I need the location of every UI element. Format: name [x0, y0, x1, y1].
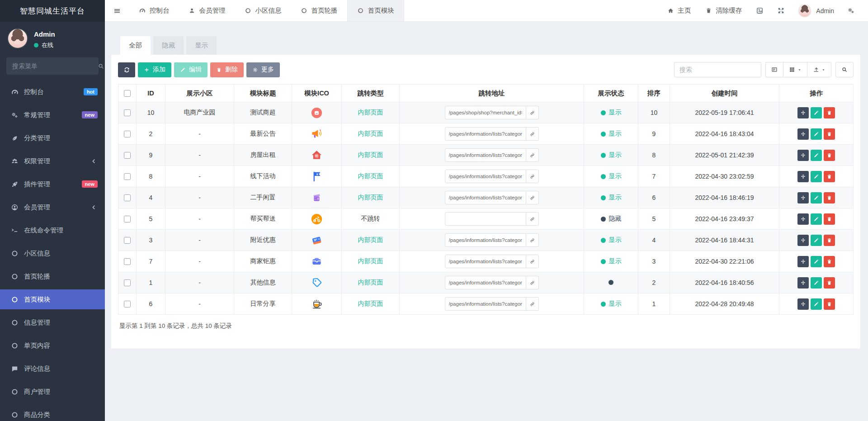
language-button[interactable]	[749, 0, 770, 21]
columns-button[interactable]	[783, 62, 807, 77]
open-link-button[interactable]	[526, 170, 539, 183]
sidebar-item-13[interactable]: 商户管理	[0, 382, 105, 402]
drag-sort-button[interactable]	[797, 213, 809, 225]
status-badge[interactable]: 显示	[601, 109, 622, 117]
search-toggle-button[interactable]	[835, 62, 854, 77]
status-badge[interactable]: 显示	[601, 194, 622, 202]
row-edit-button[interactable]	[811, 213, 822, 225]
open-link-button[interactable]	[526, 191, 539, 204]
more-button[interactable]: 更多	[246, 62, 280, 77]
row-checkbox[interactable]	[124, 194, 131, 201]
open-link-button[interactable]	[526, 255, 539, 268]
row-checkbox[interactable]	[124, 237, 131, 244]
row-edit-button[interactable]	[811, 150, 822, 161]
open-link-button[interactable]	[526, 233, 539, 247]
sidebar-item-3[interactable]: 权限管理	[0, 151, 105, 171]
table-search-input[interactable]	[674, 62, 761, 77]
jump-url-input[interactable]	[445, 127, 526, 141]
tab-visible[interactable]: 显示	[186, 36, 217, 55]
sidebar-item-0[interactable]: 控制台hot	[0, 82, 105, 102]
open-link-button[interactable]	[526, 106, 539, 119]
status-badge[interactable]: 显示	[601, 172, 622, 180]
row-delete-button[interactable]	[824, 235, 835, 246]
jump-url-input[interactable]	[445, 170, 526, 183]
status-badge[interactable]: 显示	[601, 130, 622, 138]
sidebar-item-2[interactable]: 分类管理	[0, 128, 105, 148]
row-edit-button[interactable]	[811, 256, 822, 267]
row-edit-button[interactable]	[811, 277, 822, 289]
row-delete-button[interactable]	[824, 213, 835, 225]
add-button[interactable]: 添加	[138, 62, 171, 77]
sidebar-item-12[interactable]: 评论信息	[0, 359, 105, 378]
settings-button[interactable]	[840, 0, 862, 21]
topbar-tab-1[interactable]: 会员管理	[179, 0, 235, 21]
row-edit-button[interactable]	[811, 192, 822, 203]
row-checkbox[interactable]	[124, 131, 131, 137]
drag-sort-button[interactable]	[797, 171, 809, 182]
open-link-button[interactable]	[526, 212, 539, 226]
sidebar-item-4[interactable]: 插件管理new	[0, 174, 105, 194]
row-delete-button[interactable]	[824, 298, 835, 310]
sidebar-item-5[interactable]: 会员管理	[0, 197, 105, 217]
row-delete-button[interactable]	[824, 256, 835, 267]
row-delete-button[interactable]	[824, 128, 835, 140]
sidebar-search-input[interactable]	[12, 62, 94, 70]
row-delete-button[interactable]	[824, 107, 835, 118]
row-delete-button[interactable]	[824, 150, 835, 161]
sidebar-item-14[interactable]: 商品分类	[0, 405, 105, 421]
sidebar-item-8[interactable]: 首页轮播	[0, 266, 105, 286]
open-link-button[interactable]	[526, 297, 539, 311]
tab-hidden[interactable]: 隐藏	[153, 36, 184, 55]
user-menu[interactable]: Admin	[792, 0, 840, 21]
row-edit-button[interactable]	[811, 107, 822, 118]
sidebar-item-6[interactable]: 在线命令管理	[0, 220, 105, 240]
drag-sort-button[interactable]	[797, 107, 809, 118]
detail-view-button[interactable]	[765, 62, 783, 77]
row-checkbox[interactable]	[124, 258, 131, 265]
row-checkbox[interactable]	[124, 279, 131, 286]
refresh-button[interactable]	[118, 62, 135, 77]
jump-url-input[interactable]	[445, 233, 526, 247]
jump-url-input[interactable]	[445, 148, 526, 162]
row-delete-button[interactable]	[824, 192, 835, 203]
row-edit-button[interactable]	[811, 235, 822, 246]
edit-button[interactable]: 编辑	[174, 62, 208, 77]
drag-sort-button[interactable]	[797, 150, 809, 161]
drag-sort-button[interactable]	[797, 256, 809, 267]
tab-all[interactable]: 全部	[120, 36, 151, 55]
home-link[interactable]: 主页	[660, 0, 698, 21]
row-checkbox[interactable]	[124, 301, 131, 307]
status-badge[interactable]: 显示	[601, 300, 622, 308]
select-all-checkbox[interactable]	[124, 90, 131, 97]
row-checkbox[interactable]	[124, 109, 131, 116]
row-edit-button[interactable]	[811, 298, 822, 310]
status-badge[interactable]: 显示	[601, 257, 622, 265]
row-checkbox[interactable]	[124, 152, 131, 159]
drag-sort-button[interactable]	[797, 277, 809, 289]
status-badge[interactable]: 显示	[601, 151, 622, 159]
fullscreen-button[interactable]	[770, 0, 792, 21]
sidebar-item-1[interactable]: 常规管理new	[0, 105, 105, 125]
topbar-tab-2[interactable]: 小区信息	[235, 0, 291, 21]
jump-url-input[interactable]	[445, 255, 526, 268]
jump-url-input[interactable]	[445, 297, 526, 311]
sidebar-item-7[interactable]: 小区信息	[0, 243, 105, 263]
status-badge[interactable]	[609, 280, 613, 285]
open-link-button[interactable]	[526, 127, 539, 141]
menu-toggle-button[interactable]	[105, 0, 129, 21]
sidebar-item-10[interactable]: 信息管理	[0, 312, 105, 332]
sidebar-item-11[interactable]: 单页内容	[0, 336, 105, 355]
drag-sort-button[interactable]	[797, 235, 809, 246]
status-badge[interactable]: 显示	[601, 236, 622, 244]
open-link-button[interactable]	[526, 276, 539, 289]
export-button[interactable]	[807, 62, 831, 77]
delete-button[interactable]: 删除	[210, 62, 244, 77]
open-link-button[interactable]	[526, 148, 539, 162]
jump-url-input[interactable]	[445, 191, 526, 204]
search-icon[interactable]	[98, 63, 104, 70]
drag-sort-button[interactable]	[797, 128, 809, 140]
drag-sort-button[interactable]	[797, 298, 809, 310]
row-edit-button[interactable]	[811, 128, 822, 140]
row-edit-button[interactable]	[811, 171, 822, 182]
topbar-tab-4[interactable]: 首页模块	[347, 0, 404, 21]
